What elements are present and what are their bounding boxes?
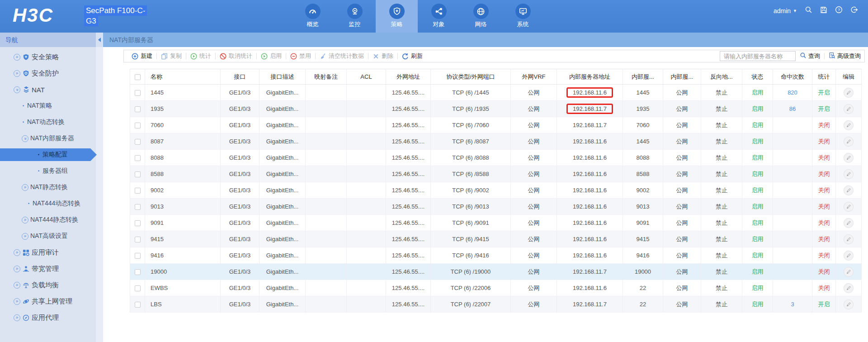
external-address-cell: 125.46.55.... bbox=[386, 199, 431, 215]
edit-button[interactable] bbox=[844, 137, 854, 147]
sidebar-item-app-proxy[interactable]: »应用代理 bbox=[0, 309, 96, 326]
select-all-checkbox[interactable] bbox=[135, 74, 141, 80]
row-checkbox[interactable] bbox=[135, 253, 141, 259]
edit-button[interactable] bbox=[844, 251, 854, 261]
top-nav-overview[interactable]: 概览 bbox=[292, 0, 334, 33]
sidebar-item-nat-internal-server[interactable]: »NAT内部服务器 bbox=[0, 130, 96, 147]
save-button[interactable] bbox=[820, 6, 827, 15]
internal-port-cell: 8088 bbox=[623, 150, 663, 166]
advanced-query-button[interactable]: 高级查询 bbox=[829, 52, 861, 60]
internal-address-cell: 192.168.11.6 bbox=[557, 85, 623, 101]
row-checkbox[interactable] bbox=[135, 155, 141, 161]
row-checkbox[interactable] bbox=[135, 139, 141, 145]
sidebar-item-nat-dynamic[interactable]: ·NAT动态转换 bbox=[0, 114, 96, 130]
hits-link[interactable]: 3 bbox=[791, 301, 794, 308]
sidebar-item-load-balance[interactable]: »负载均衡 bbox=[0, 277, 96, 293]
delete-button[interactable]: 删除 bbox=[368, 52, 397, 60]
internal-vrf-cell: 公网 bbox=[663, 280, 701, 296]
sidebar-item-security-protection[interactable]: »安全防护 bbox=[0, 65, 96, 81]
search-button[interactable] bbox=[805, 6, 812, 15]
mapping-note-cell bbox=[306, 231, 347, 247]
edit-button[interactable] bbox=[844, 88, 854, 98]
admin-menu[interactable]: admin ▼ bbox=[774, 7, 797, 14]
shield-check-icon bbox=[22, 70, 30, 77]
sidebar-item-server-group[interactable]: ·服务器组 bbox=[0, 163, 96, 179]
sidebar-item-bandwidth[interactable]: »带宽管理 bbox=[0, 261, 96, 277]
disable-button[interactable]: 禁用 bbox=[286, 52, 315, 60]
sidebar-item-shared-internet[interactable]: »共享上网管理 bbox=[0, 293, 96, 309]
top-nav-objects[interactable]: 对象 bbox=[418, 0, 460, 33]
edit-button[interactable] bbox=[844, 153, 854, 163]
enable-button[interactable]: 启用 bbox=[257, 52, 286, 60]
mapping-note-cell bbox=[306, 264, 347, 280]
edit-button[interactable] bbox=[844, 283, 854, 293]
stats-cell: 关闭 bbox=[812, 247, 836, 264]
expand-icon: » bbox=[14, 282, 20, 289]
row-checkbox[interactable] bbox=[135, 106, 141, 112]
top-nav-monitor[interactable]: 监控 bbox=[334, 0, 376, 33]
external-address-cell: 125.46.55.... bbox=[386, 247, 431, 264]
plus-circle-icon bbox=[132, 53, 138, 60]
bullet-icon: · bbox=[37, 167, 41, 175]
edit-button[interactable] bbox=[844, 202, 854, 212]
mapping-note-cell bbox=[306, 101, 347, 117]
sidebar-item-app-audit[interactable]: »应用审计 bbox=[0, 244, 96, 261]
edit-button[interactable] bbox=[844, 169, 854, 179]
top-nav-network[interactable]: 网络 bbox=[460, 0, 502, 33]
sidebar-item-nat[interactable]: »NAT bbox=[0, 81, 96, 98]
row-checkbox[interactable] bbox=[135, 220, 141, 226]
minus-circle-icon bbox=[290, 53, 297, 60]
row-checkbox[interactable] bbox=[135, 188, 141, 194]
sidebar-item-security-policy[interactable]: »安全策略 bbox=[0, 49, 96, 65]
row-checkbox[interactable] bbox=[135, 171, 141, 177]
table-row: 1935 GE1/0/3 GigabitEth... 125.46.55....… bbox=[130, 101, 862, 117]
refresh-button[interactable]: 刷新 bbox=[398, 52, 427, 60]
sidebar-item-nat-static[interactable]: »NAT静态转换 bbox=[0, 179, 96, 195]
hits-link[interactable]: 86 bbox=[789, 105, 796, 112]
copy-button[interactable]: 复制 bbox=[157, 52, 186, 60]
mapping-note-cell bbox=[306, 296, 347, 313]
sidebar-item-nat444-dynamic[interactable]: ·NAT444动态转换 bbox=[0, 195, 96, 212]
logout-button[interactable] bbox=[850, 6, 858, 15]
sidebar-item-nat444-static[interactable]: »NAT444静态转换 bbox=[0, 212, 96, 228]
edit-button[interactable] bbox=[844, 104, 854, 114]
cancel-stats-button[interactable]: 取消统计 bbox=[216, 52, 256, 60]
reverse-cell: 禁止 bbox=[701, 280, 742, 296]
expand-icon: » bbox=[22, 217, 28, 223]
row-checkbox[interactable] bbox=[135, 285, 141, 291]
row-checkbox[interactable] bbox=[135, 90, 141, 96]
hits-link[interactable]: 820 bbox=[788, 89, 797, 96]
internal-vrf-cell: 公网 bbox=[663, 199, 701, 215]
stats-cell: 关闭 bbox=[812, 199, 836, 215]
internal-vrf-cell: 公网 bbox=[663, 85, 701, 101]
top-nav-policy[interactable]: 策略 bbox=[376, 0, 418, 33]
row-checkbox[interactable] bbox=[135, 237, 141, 242]
edit-button[interactable] bbox=[844, 267, 854, 277]
edit-button[interactable] bbox=[844, 218, 854, 228]
search-input[interactable] bbox=[720, 51, 796, 61]
stats-button[interactable]: 统计 bbox=[186, 52, 215, 60]
edit-button[interactable] bbox=[844, 234, 854, 244]
new-button[interactable]: 新建 bbox=[127, 52, 156, 60]
row-checkbox[interactable] bbox=[135, 123, 141, 128]
acl-cell bbox=[347, 85, 386, 101]
ban-icon bbox=[220, 53, 226, 60]
sidebar-item-policy-config[interactable]: ·策略配置 bbox=[0, 148, 97, 161]
collapse-sidebar-button[interactable] bbox=[96, 33, 103, 47]
edit-button[interactable] bbox=[844, 299, 854, 309]
sidebar-item-nat-policy[interactable]: ·NAT策略 bbox=[0, 98, 96, 114]
edit-button[interactable] bbox=[844, 185, 854, 195]
row-checkbox[interactable] bbox=[135, 269, 141, 275]
top-nav-system[interactable]: 系统 bbox=[502, 0, 544, 33]
clear-stats-button[interactable]: 清空统计数据 bbox=[316, 52, 368, 60]
stats-cell: 关闭 bbox=[812, 133, 836, 150]
advanced-query-icon bbox=[829, 52, 835, 60]
edit-button[interactable] bbox=[844, 120, 854, 130]
scales-icon bbox=[22, 282, 30, 289]
row-select-cell bbox=[130, 182, 145, 199]
row-checkbox[interactable] bbox=[135, 204, 141, 210]
row-checkbox[interactable] bbox=[135, 302, 141, 308]
query-button[interactable]: 查询 bbox=[800, 52, 820, 60]
help-button[interactable]: ? bbox=[835, 6, 843, 15]
sidebar-item-nat-advanced[interactable]: »NAT高级设置 bbox=[0, 228, 96, 244]
